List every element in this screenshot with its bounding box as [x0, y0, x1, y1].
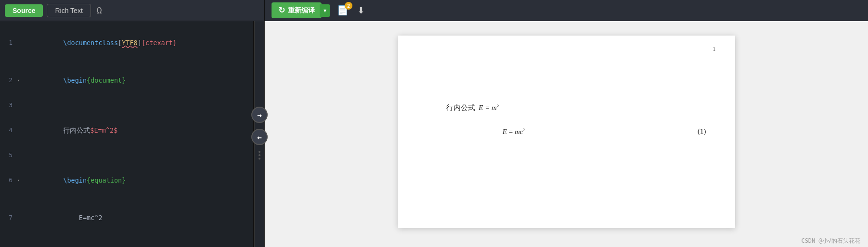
editor-line-2: 2 ▾ \begin{document} — [0, 62, 253, 99]
text: 行内公式 — [63, 126, 90, 134]
sync-left-button[interactable]: ← — [251, 129, 268, 145]
line-content-4: 行内公式$E=m^2$ — [24, 111, 250, 149]
handle-dot — [259, 151, 260, 153]
handle-dot — [259, 158, 260, 160]
inline-formula-line: 行内公式 E = m2 — [446, 103, 706, 112]
arrow-right-icon: → — [257, 111, 262, 120]
line-arrow-6: ▾ — [17, 174, 24, 186]
editor-line-1: 1 \documentclass[YTF8]{ctexart} — [0, 24, 253, 62]
line-content-7: E=mc^2 — [24, 199, 250, 236]
editor-line-6: 6 ▾ \begin{equation} — [0, 161, 253, 199]
recompile-dropdown[interactable]: ▾ — [320, 4, 330, 17]
preview-pane: 1 行内公式 E = m2 E = mc2 (1) CSDN @小√的石头花花 — [265, 21, 868, 247]
right-toolbar: ↻ 重新编译 ▾ 📄 2 ⬇ — [265, 0, 868, 21]
line-content-6: \begin{equation} — [24, 161, 250, 199]
source-tab[interactable]: Source — [5, 4, 43, 17]
line-number-3: 3 — [0, 99, 17, 111]
richtext-tab[interactable]: Rich Text — [47, 4, 91, 17]
inline-formula: E = m2 — [479, 104, 499, 111]
display-formula-content: E = mc2 — [427, 127, 602, 136]
splitter[interactable]: → ← — [254, 21, 265, 247]
line-number-2: 2 — [0, 74, 17, 86]
line-content-8: \end{equation} — [24, 236, 250, 247]
editor-content: 1 \documentclass[YTF8]{ctexart} 2 ▾ \beg… — [0, 21, 253, 247]
editor-pane[interactable]: 1 \documentclass[YTF8]{ctexart} 2 ▾ \beg… — [0, 21, 254, 247]
download-icon: ⬇ — [357, 5, 365, 15]
line-number-4: 4 — [0, 124, 17, 136]
bracket-close: ] — [138, 39, 142, 47]
arg: {document} — [87, 76, 126, 84]
line-content-1: \documentclass[YTF8]{ctexart} — [24, 24, 250, 62]
inline-text: 行内公式 — [446, 104, 475, 111]
preview-inner: 1 行内公式 E = m2 E = mc2 (1) — [265, 21, 868, 235]
paper-page: 1 行内公式 E = m2 E = mc2 (1) — [398, 36, 735, 228]
line-content-2: \begin{document} — [24, 62, 250, 99]
recompile-button[interactable]: ↻ 重新编译 — [272, 2, 322, 18]
editor-line-7: 7 E=mc^2 — [0, 199, 253, 236]
text: E=mc^2 — [63, 214, 102, 222]
inline-math: $E=m^2$ — [90, 126, 117, 134]
line-number-6: 6 — [0, 174, 17, 186]
editor-line-8: 8 \end{equation} — [0, 236, 253, 247]
equation-number: (1) — [601, 127, 706, 136]
left-toolbar: Source Rich Text Ω — [0, 0, 265, 21]
drag-handle[interactable] — [257, 149, 262, 161]
line-arrow-2: ▾ — [17, 74, 24, 86]
arg: {equation} — [87, 176, 126, 184]
line-number-7: 7 — [0, 211, 17, 224]
download-button[interactable]: ⬇ — [355, 4, 367, 17]
editor-line-3: 3 — [0, 99, 253, 111]
omega-icon[interactable]: Ω — [97, 5, 102, 15]
history-button[interactable]: 📄 2 — [335, 4, 350, 17]
display-formula: E = mc2 (1) — [427, 127, 706, 136]
arrow-left-icon: ← — [257, 133, 262, 142]
recompile-label: 重新编译 — [288, 6, 315, 15]
handle-dot — [259, 154, 260, 156]
keyword: \documentclass — [63, 39, 118, 47]
page-number: 1 — [713, 45, 716, 53]
arg: {ctexart} — [142, 39, 177, 47]
refresh-icon: ↻ — [278, 5, 285, 15]
line-number-1: 1 — [0, 37, 17, 49]
line-number-5: 5 — [0, 149, 17, 161]
option: YTF8 — [122, 39, 138, 47]
keyword: \begin — [63, 76, 87, 84]
toolbar: Source Rich Text Ω ↻ 重新编译 ▾ 📄 2 ⬇ — [0, 0, 868, 21]
editor-line-4: 4 行内公式$E=m^2$ — [0, 111, 253, 149]
main-layout: 1 \documentclass[YTF8]{ctexart} 2 ▾ \beg… — [0, 21, 868, 247]
sync-right-button[interactable]: → — [251, 107, 268, 123]
editor-line-5: 5 — [0, 149, 253, 161]
badge-count: 2 — [345, 2, 352, 10]
bracket: [ — [118, 39, 122, 47]
keyword: \begin — [63, 176, 87, 184]
watermark: CSDN @小√的石头花花 — [265, 235, 868, 247]
